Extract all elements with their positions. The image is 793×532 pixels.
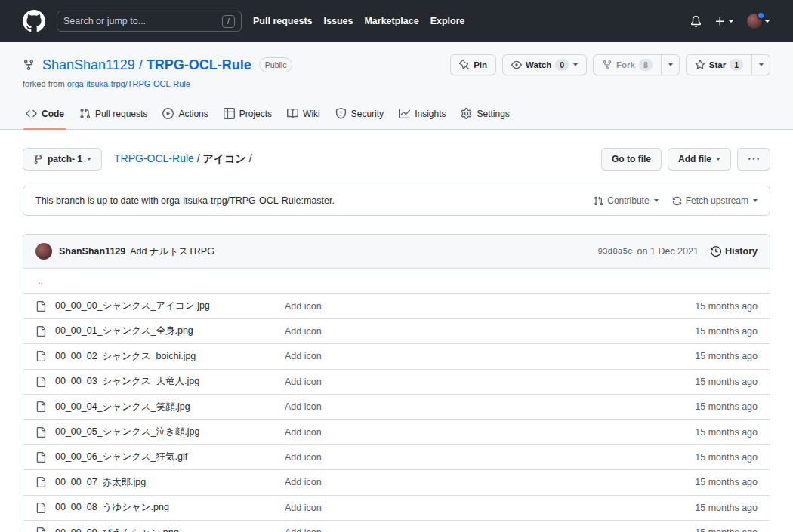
commit-message-link[interactable]: Add icon bbox=[285, 377, 695, 387]
nav-issues[interactable]: Issues bbox=[324, 16, 353, 26]
create-new-button[interactable] bbox=[714, 16, 734, 27]
file-row[interactable]: 00_00_05_シャンクス_泣き顔.jpg Add icon 15 month… bbox=[23, 419, 770, 444]
commit-message-link[interactable]: Add icon bbox=[285, 301, 695, 312]
notifications-button[interactable] bbox=[690, 16, 702, 27]
commit-message-link[interactable]: Add icon bbox=[285, 527, 695, 532]
branch-status-text: This branch is up to date with orga-itsu… bbox=[35, 195, 335, 206]
file-name-link[interactable]: 00_00_08_うゆシャン.png bbox=[55, 501, 285, 514]
file-row[interactable]: 00_00_03_シャンクス_天竜人.jpg Add icon 15 month… bbox=[23, 369, 770, 394]
file-age: 15 months ago bbox=[695, 477, 758, 487]
shield-icon bbox=[335, 108, 347, 119]
file-age: 15 months ago bbox=[695, 452, 758, 463]
go-to-file-button[interactable]: Go to file bbox=[601, 148, 662, 171]
code-icon bbox=[26, 108, 37, 119]
file-name-link[interactable]: 00_00_05_シャンクス_泣き顔.jpg bbox=[55, 426, 285, 438]
breadcrumb: TRPG-OCL-Rule / アイコン / bbox=[114, 152, 252, 166]
file-list-box: ShanShan1129 Add ナルトスTRPG 93d8a5c on 1 D… bbox=[23, 234, 770, 532]
git-pull-request-icon bbox=[79, 108, 91, 119]
contribute-button[interactable]: Contribute bbox=[594, 195, 658, 206]
file-row[interactable]: 00_00_02_シャンクス_boichi.jpg Add icon 15 mo… bbox=[23, 343, 770, 368]
main-content: patch- 1 TRPG-OCL-Rule / アイコン / Go to fi… bbox=[23, 148, 770, 532]
file-row[interactable]: 00_00_09_ぴえんシャン.png Add icon 15 months a… bbox=[23, 520, 770, 532]
chevron-down-icon bbox=[654, 199, 659, 202]
latest-commit-bar: ShanShan1129 Add ナルトスTRPG 93d8a5c on 1 D… bbox=[23, 235, 770, 268]
file-name-link[interactable]: 00_00_04_シャンクス_笑顔.jpg bbox=[55, 401, 285, 414]
fork-button[interactable]: Fork 8 bbox=[593, 54, 662, 75]
pin-button[interactable]: Pin bbox=[450, 54, 496, 75]
repo-name-link[interactable]: TRPG-OCL-Rule bbox=[147, 57, 251, 73]
file-name-link[interactable]: 00_00_01_シャンクス_全身.png bbox=[55, 324, 285, 337]
file-name-link[interactable]: 00_00_03_シャンクス_天竜人.jpg bbox=[55, 375, 285, 388]
tab-actions[interactable]: Actions bbox=[159, 100, 211, 129]
github-logo[interactable] bbox=[23, 10, 45, 32]
chevron-down-icon bbox=[573, 63, 578, 66]
add-file-button[interactable]: Add file bbox=[668, 148, 731, 171]
commit-message-link[interactable]: Add ナルトスTRPG bbox=[130, 245, 214, 258]
file-row[interactable]: 00_00_06_シャンクス_狂気.gif Add icon 15 months… bbox=[23, 444, 770, 469]
chevron-down-icon bbox=[764, 20, 770, 23]
nav-marketplace[interactable]: Marketplace bbox=[364, 16, 418, 26]
parent-directory-link[interactable]: .. bbox=[35, 275, 285, 286]
visibility-badge: Public bbox=[259, 57, 293, 72]
file-row[interactable]: 00_00_07_赤太郎.jpg Add icon 15 months ago bbox=[23, 469, 770, 494]
repo-title: ShanShan1129 / TRPG-OCL-Rule bbox=[42, 57, 251, 73]
tab-wiki[interactable]: Wiki bbox=[284, 100, 323, 129]
parent-directory-row[interactable]: .. bbox=[23, 268, 770, 293]
file-age: 15 months ago bbox=[695, 326, 758, 337]
tab-settings[interactable]: Settings bbox=[458, 100, 512, 129]
file-row[interactable]: 00_00_08_うゆシャン.png Add icon 15 months ag… bbox=[23, 495, 770, 520]
file-row[interactable]: 00_00_04_シャンクス_笑顔.jpg Add icon 15 months… bbox=[23, 394, 770, 419]
fork-count: 8 bbox=[639, 59, 653, 71]
file-icon bbox=[35, 503, 46, 513]
commit-author-avatar[interactable] bbox=[35, 243, 52, 260]
repo-owner-link[interactable]: ShanShan1129 bbox=[42, 57, 135, 73]
commit-message-link[interactable]: Add icon bbox=[285, 452, 695, 463]
file-name-link[interactable]: 00_00_07_赤太郎.jpg bbox=[55, 476, 285, 489]
tab-projects[interactable]: Projects bbox=[221, 100, 275, 129]
star-button[interactable]: Star 1 bbox=[686, 54, 752, 75]
file-name-link[interactable]: 00_00_02_シャンクス_boichi.jpg bbox=[55, 350, 285, 363]
history-button[interactable]: History bbox=[711, 246, 758, 257]
commit-message-link[interactable]: Add icon bbox=[285, 477, 695, 487]
commit-author-link[interactable]: ShanShan1129 bbox=[59, 246, 125, 257]
file-age: 15 months ago bbox=[695, 301, 758, 312]
file-name-link[interactable]: 00_00_00_シャンクス_アイコン.jpg bbox=[55, 300, 285, 312]
nav-pull-requests[interactable]: Pull requests bbox=[253, 16, 313, 26]
search-input[interactable]: Search or jump to... / bbox=[57, 11, 242, 32]
forked-from-link[interactable]: orga-itsuka-trpg/TRPG-OCL-Rule bbox=[67, 79, 190, 88]
file-icon bbox=[35, 351, 46, 361]
nav-explore[interactable]: Explore bbox=[430, 16, 465, 26]
file-age: 15 months ago bbox=[695, 351, 758, 361]
file-icon bbox=[35, 427, 46, 438]
file-name-link[interactable]: 00_00_06_シャンクス_狂気.gif bbox=[55, 451, 285, 463]
tab-security[interactable]: Security bbox=[332, 100, 387, 129]
commit-message-link[interactable]: Add icon bbox=[285, 351, 695, 361]
commit-message-link[interactable]: Add icon bbox=[285, 427, 695, 438]
fetch-upstream-button[interactable]: Fetch upstream bbox=[672, 195, 758, 206]
chevron-down-icon bbox=[668, 63, 673, 66]
commit-hash-link[interactable]: 93d8a5c bbox=[597, 247, 632, 256]
branch-status-banner: This branch is up to date with orga-itsu… bbox=[23, 186, 770, 216]
repo-header: ShanShan1129 / TRPG-OCL-Rule Public Pin … bbox=[0, 42, 793, 130]
tab-pull-requests[interactable]: Pull requests bbox=[76, 100, 150, 129]
plus-icon bbox=[714, 16, 726, 27]
commit-message-link[interactable]: Add icon bbox=[285, 401, 695, 412]
watch-button[interactable]: Watch 0 bbox=[502, 54, 587, 75]
file-name-link[interactable]: 00_00_09_ぴえんシャン.png bbox=[55, 527, 285, 532]
user-menu-button[interactable] bbox=[747, 14, 770, 29]
git-branch-icon bbox=[33, 154, 44, 165]
breadcrumb-repo-link[interactable]: TRPG-OCL-Rule bbox=[114, 152, 194, 165]
commit-message-link[interactable]: Add icon bbox=[285, 326, 695, 337]
file-icon bbox=[35, 477, 46, 487]
commit-message-link[interactable]: Add icon bbox=[285, 503, 695, 513]
file-row[interactable]: 00_00_01_シャンクス_全身.png Add icon 15 months… bbox=[23, 318, 770, 343]
file-row[interactable]: 00_00_00_シャンクス_アイコン.jpg Add icon 15 mont… bbox=[23, 293, 770, 318]
fork-dropdown-button[interactable] bbox=[662, 54, 680, 75]
file-icon bbox=[35, 452, 46, 463]
kebab-horizontal-icon bbox=[748, 154, 759, 165]
star-dropdown-button[interactable] bbox=[752, 54, 770, 75]
tab-insights[interactable]: Insights bbox=[396, 100, 449, 129]
tab-code[interactable]: Code bbox=[23, 100, 67, 129]
more-options-button[interactable] bbox=[737, 148, 770, 171]
branch-selector-button[interactable]: patch- 1 bbox=[23, 148, 102, 171]
